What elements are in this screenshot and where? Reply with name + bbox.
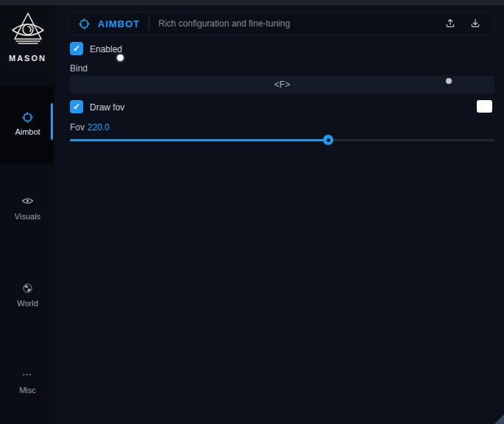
main-content: AIMBOT Rich configuration and fine-tunin…	[55, 0, 504, 424]
enabled-checkbox[interactable]: ✓	[70, 42, 83, 55]
draw-fov-label: Draw fov	[90, 102, 124, 113]
upload-icon	[444, 18, 456, 29]
sidebar-item-label: Misc	[0, 386, 55, 395]
fov-color-swatch[interactable]	[477, 100, 492, 113]
check-icon: ✓	[73, 43, 80, 54]
page-title: AIMBOT	[98, 18, 140, 29]
logo-label: MASON	[0, 54, 55, 63]
fov-caption: Fov220.0	[70, 122, 110, 132]
sidebar-item-misc[interactable]: ⋯ Misc	[0, 370, 55, 395]
globe-icon	[0, 283, 55, 296]
slider-fill	[70, 139, 328, 141]
page-subtitle: Rich configuration and fine-tuning	[158, 18, 290, 29]
sidebar: MASON Aimbot Visuals	[0, 5, 55, 424]
sidebar-item-visuals[interactable]: Visuals	[0, 196, 55, 221]
download-config-button[interactable]	[466, 14, 485, 33]
sidebar-item-label: World	[0, 299, 55, 308]
mason-logo: MASON	[0, 11, 55, 63]
download-icon	[469, 18, 481, 29]
sidebar-item-aimbot[interactable]: Aimbot	[0, 111, 55, 136]
fov-label: Fov	[70, 122, 85, 132]
enabled-label: Enabled	[90, 44, 122, 54]
app-window: MASON Aimbot Visuals	[0, 0, 504, 424]
ellipsis-icon: ⋯	[0, 370, 55, 383]
eye-pyramid-icon	[7, 11, 49, 49]
crosshair-icon	[0, 111, 55, 124]
small-gray-dot	[446, 78, 452, 84]
sidebar-item-label: Aimbot	[0, 127, 55, 136]
bind-label: Bind	[70, 63, 88, 74]
crosshair-icon	[78, 18, 90, 30]
sidebar-item-world[interactable]: World	[0, 283, 55, 308]
check-icon: ✓	[73, 102, 80, 112]
section-header: AIMBOT Rich configuration and fine-tunin…	[68, 12, 494, 35]
resize-grip[interactable]	[494, 414, 504, 424]
draw-fov-checkbox[interactable]: ✓	[70, 100, 83, 113]
fov-value: 220.0	[88, 122, 110, 132]
header-divider	[149, 17, 149, 30]
bind-key-input[interactable]: <F>	[70, 76, 494, 93]
bind-key-value: <F>	[274, 80, 290, 90]
upload-config-button[interactable]	[441, 14, 460, 33]
fov-slider[interactable]	[70, 135, 494, 145]
sidebar-item-label: Visuals	[0, 212, 55, 221]
eye-icon	[0, 196, 55, 209]
slider-thumb[interactable]	[323, 135, 333, 145]
cursor-dot	[117, 54, 124, 61]
